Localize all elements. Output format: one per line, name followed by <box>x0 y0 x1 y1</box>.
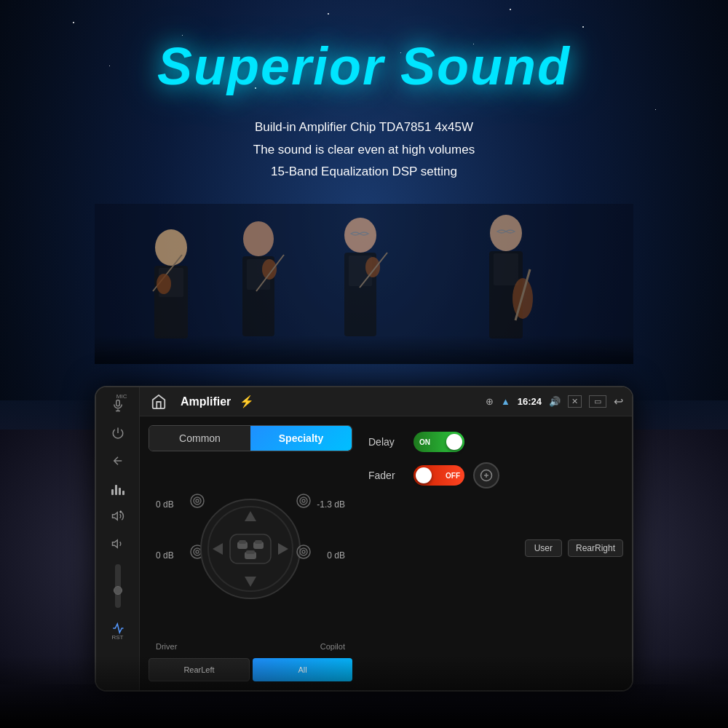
rear-right-button[interactable]: RearRight <box>568 539 623 557</box>
subtitle-block: Build-in Amplifier Chip TDA7851 4x45W Th… <box>0 116 728 183</box>
back-icon[interactable] <box>107 450 129 472</box>
mic-icon: MIC <box>107 395 129 416</box>
svg-rect-47 <box>246 550 255 554</box>
svg-point-34 <box>196 550 199 553</box>
svg-point-50 <box>302 499 305 502</box>
main-container: Superior Sound Build-in Amplifier Chip T… <box>0 0 728 728</box>
tab-common[interactable]: Common <box>149 426 250 451</box>
delay-toggle-text: ON <box>419 438 430 446</box>
delay-label: Delay <box>368 436 405 448</box>
user-rearbottom-area: User RearRight <box>368 539 623 557</box>
star <box>655 109 656 110</box>
svg-point-48 <box>297 494 310 507</box>
svg-marker-25 <box>112 513 117 521</box>
volume-slider[interactable] <box>115 564 121 608</box>
volume-thumb <box>114 586 122 595</box>
orchestra-image <box>0 204 728 364</box>
home-icon[interactable] <box>149 392 169 412</box>
svg-rect-43 <box>239 540 246 544</box>
time-display: 16:24 <box>518 396 542 407</box>
volume-icon[interactable] <box>107 533 129 555</box>
right-panel: Delay ON Fader OFF <box>361 425 623 681</box>
svg-rect-45 <box>255 540 262 544</box>
page-title: Superior Sound <box>0 36 728 96</box>
back-nav-icon[interactable]: ↩ <box>614 395 623 408</box>
subtitle-line-1: Build-in Amplifier Chip TDA7851 4x45W <box>0 116 728 139</box>
user-button[interactable]: User <box>525 539 562 557</box>
tab-buttons: Common Specialty <box>149 425 352 451</box>
equalizer-icon <box>107 478 129 499</box>
gamepad-button[interactable] <box>473 462 499 488</box>
svg-point-53 <box>302 550 305 553</box>
tab-specialty[interactable]: Specialty <box>250 426 352 451</box>
star <box>510 9 511 10</box>
bottom-gradient <box>0 655 728 728</box>
db-mid-right-value: 0 dB <box>327 550 345 561</box>
top-bar: Amplifier ⚡ ⊕ ▲ 16:24 🔊 ✕ ▭ ↩ <box>140 387 632 416</box>
window-icon[interactable]: ▭ <box>589 395 606 408</box>
db-mid-left-value: 0 dB <box>156 550 174 561</box>
db-top-left-value: 0 dB <box>156 499 174 510</box>
svg-point-49 <box>300 497 307 505</box>
subtitle-line-3: 15-Band Equalization DSP setting <box>0 161 728 183</box>
svg-point-14 <box>365 257 380 277</box>
speaker-top-right-icon <box>295 492 312 513</box>
main-dial[interactable] <box>199 498 301 603</box>
device-sidebar: MIC <box>96 387 140 690</box>
svg-rect-21 <box>95 335 633 364</box>
app-title: Amplifier <box>181 395 231 408</box>
power-icon[interactable] <box>107 422 129 444</box>
fader-label: Fader <box>368 470 405 481</box>
delay-toggle-thumb <box>446 434 462 450</box>
svg-point-5 <box>157 274 171 294</box>
star <box>182 35 183 36</box>
device: MIC <box>95 386 633 692</box>
svg-point-51 <box>297 545 310 558</box>
wifi-icon: ▲ <box>501 396 510 407</box>
svg-point-31 <box>196 499 199 502</box>
svg-point-1 <box>155 229 187 266</box>
fader-toggle[interactable]: OFF <box>414 465 464 486</box>
rst-icon[interactable]: RST <box>107 617 129 639</box>
volume-up-icon[interactable] <box>107 505 129 527</box>
svg-point-16 <box>490 215 522 251</box>
svg-marker-28 <box>112 540 117 548</box>
delay-row: Delay ON <box>368 429 623 455</box>
screen-content: Common Specialty 0 dB 0 dB <box>140 416 632 690</box>
svg-point-9 <box>262 259 277 280</box>
right-panel-content: Delay ON Fader OFF <box>368 425 623 557</box>
svg-point-52 <box>300 548 307 555</box>
svg-rect-18 <box>494 253 518 285</box>
svg-point-6 <box>243 221 274 256</box>
location-icon: ⊕ <box>486 396 494 407</box>
top-bar-right: ⊕ ▲ 16:24 🔊 ✕ ▭ ↩ <box>486 395 623 408</box>
speaker-mid-right-icon <box>295 543 312 563</box>
device-screen: Amplifier ⚡ ⊕ ▲ 16:24 🔊 ✕ ▭ ↩ <box>140 387 632 690</box>
rst-label: RST <box>112 634 124 641</box>
star <box>73 22 74 23</box>
subtitle-line-2: The sound is clear even at high volumes <box>0 139 728 162</box>
fader-toggle-thumb <box>416 467 432 483</box>
star <box>582 26 584 28</box>
mic-label: MIC <box>116 393 127 400</box>
speaker-dial-area: 0 dB 0 dB <box>149 459 352 642</box>
volume-status-icon: 🔊 <box>549 396 561 407</box>
close-icon[interactable]: ✕ <box>568 395 582 408</box>
left-panel: Common Specialty 0 dB 0 dB <box>149 425 352 681</box>
driver-label: Driver <box>156 642 177 651</box>
db-top-right-value: -1.3 dB <box>317 499 345 510</box>
fader-row: Fader OFF <box>368 462 623 488</box>
delay-toggle[interactable]: ON <box>414 432 464 452</box>
usb-icon: ⚡ <box>240 395 254 408</box>
svg-point-11 <box>344 218 376 253</box>
star <box>328 13 329 15</box>
fader-toggle-text: OFF <box>446 472 460 480</box>
svg-rect-22 <box>116 400 119 406</box>
copilot-label: Copilot <box>320 642 345 651</box>
